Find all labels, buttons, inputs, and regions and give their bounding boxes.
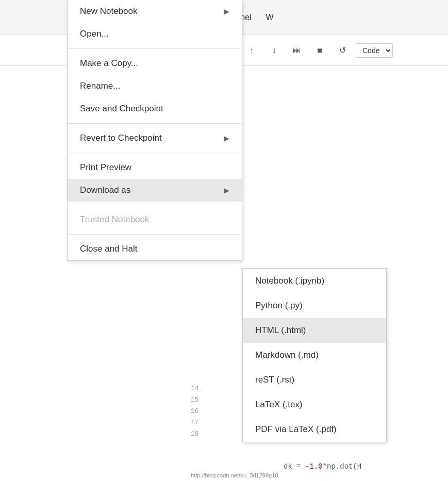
new-notebook-arrow: ▶ — [224, 7, 229, 15]
move-up-button[interactable]: ↑ — [242, 41, 261, 60]
submenu-latex[interactable]: LaTeX (.tex) — [243, 392, 386, 417]
submenu-notebook[interactable]: Notebook (.ipynb) — [243, 269, 386, 293]
menu-w[interactable]: W — [259, 0, 281, 35]
cell-type-select[interactable]: Code — [356, 43, 393, 58]
separator-4 — [68, 205, 242, 205]
menu-item-rename[interactable]: Rename... — [68, 75, 242, 97]
separator-2 — [68, 123, 242, 124]
skip-button[interactable]: ⏭ — [288, 41, 306, 60]
line-16: 16 — [191, 406, 199, 417]
separator-5 — [68, 234, 242, 235]
menu-item-download-as[interactable]: Download as ▶ — [68, 179, 242, 202]
line-14: 14 — [191, 383, 199, 394]
submenu-markdown[interactable]: Markdown (.md) — [243, 343, 386, 368]
submenu-pdf[interactable]: PDF via LaTeX (.pdf) — [243, 417, 386, 442]
menu-item-make-copy[interactable]: Make a Copy... — [68, 52, 242, 75]
separator-3 — [68, 153, 242, 153]
stop-button[interactable]: ■ — [310, 41, 329, 60]
menu-item-new-notebook[interactable]: New Notebook ▶ — [68, 0, 242, 23]
download-as-arrow: ▶ — [224, 186, 229, 194]
move-down-button[interactable]: ↓ — [265, 41, 284, 60]
submenu-rest[interactable]: reST (.rst) — [243, 368, 386, 392]
submenu-html[interactable]: HTML (.html) — [243, 318, 386, 343]
menu-item-open[interactable]: Open... — [68, 23, 242, 45]
line-17: 17 — [191, 417, 199, 428]
restart-button[interactable]: ↺ — [333, 41, 352, 60]
file-dropdown-menu: New Notebook ▶ Open... Make a Copy... Re… — [67, 0, 242, 261]
menu-item-save-checkpoint[interactable]: Save and Checkpoint — [68, 97, 242, 120]
url-bar: http://blog.csdn.net/ou_3d1299g10 — [191, 472, 278, 478]
revert-checkpoint-arrow: ▶ — [224, 134, 229, 142]
code-dk-line: dk = -1.0*np.dot(H — [284, 462, 361, 471]
menu-item-print-preview[interactable]: Print Preview — [68, 156, 242, 179]
line-15: 15 — [191, 394, 199, 406]
submenu-python[interactable]: Python (.py) — [243, 293, 386, 318]
menu-item-trusted-notebook: Trusted Notebook — [68, 208, 242, 231]
download-submenu: Notebook (.ipynb) Python (.py) HTML (.ht… — [242, 268, 387, 442]
menu-item-close-halt[interactable]: Close and Halt — [68, 238, 242, 260]
separator-1 — [68, 48, 242, 49]
line-18: 18 — [191, 428, 199, 440]
menu-item-revert-checkpoint[interactable]: Revert to Checkpoint ▶ — [68, 127, 242, 150]
